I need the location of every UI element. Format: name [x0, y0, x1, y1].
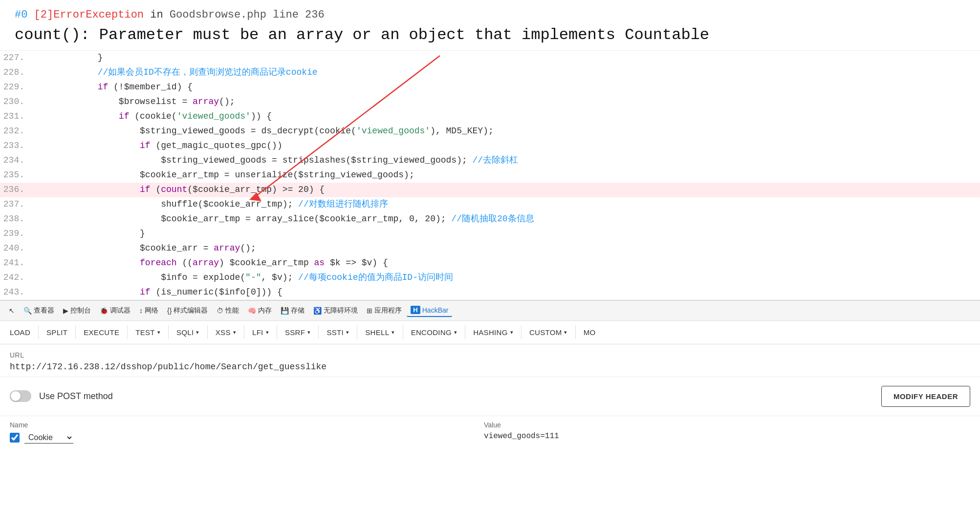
hackbar-divider-8	[318, 325, 319, 339]
hackbar-divider-13	[575, 325, 576, 339]
name-field-select[interactable]: Cookie	[24, 432, 73, 444]
hackbar-execute[interactable]: EXECUTE	[79, 325, 124, 339]
devtools-debugger[interactable]: 🐞 调试器	[96, 304, 134, 317]
hackbar-more[interactable]: MO	[579, 325, 601, 339]
code-line-236: 236. if (count($cookie_arr_tmp) >= 20) {	[0, 183, 980, 197]
name-field-label: Name	[10, 421, 73, 429]
hackbar-load[interactable]: LOAD	[5, 325, 35, 339]
devtools-application[interactable]: ⊞ 应用程序	[363, 304, 406, 317]
devtools-style-editor-label: 样式编辑器	[174, 306, 208, 315]
hackbar-xss[interactable]: XSS	[211, 325, 241, 339]
devtools-debugger-label: 调试器	[110, 306, 131, 315]
hackbar-lfi[interactable]: LFI	[247, 325, 274, 339]
inspector-icon: 🔍	[23, 307, 32, 315]
error-in: in	[144, 9, 170, 21]
devtools-cursor[interactable]: ↖	[5, 305, 19, 317]
code-line-231: 231. if (cookie('viewed_goods')) {	[0, 109, 980, 124]
code-line-232: 232. $string_viewed_goods = ds_decrypt(c…	[0, 124, 980, 139]
devtools-memory[interactable]: 🧠 内存	[244, 304, 276, 317]
hackbar-ssti[interactable]: SSTI	[322, 325, 354, 339]
code-line-234: 234. $string_viewed_goods = stripslashes…	[0, 153, 980, 168]
hackbar-sqli[interactable]: SQLI	[172, 325, 204, 339]
devtools-performance[interactable]: ⏱ 性能	[213, 304, 243, 317]
value-field-value: viewed_goods=111	[484, 432, 631, 441]
modify-header-button[interactable]: MODIFY HEADER	[881, 386, 970, 407]
devtools-console[interactable]: ▶ 控制台	[59, 304, 95, 317]
devtools-inspector-label: 查看器	[34, 306, 54, 315]
devtools-style-editor[interactable]: {} 样式编辑器	[163, 304, 212, 317]
code-line-242: 242. $info = explode("-", $v); //每项cooki…	[0, 271, 980, 285]
hackbar-divider-6	[244, 325, 244, 339]
storage-icon: 💾	[281, 307, 289, 315]
hackbar-split-label: SPLIT	[46, 328, 67, 337]
code-line-229: 229. if (!$member_id) {	[0, 80, 980, 95]
devtools-network-label: 网络	[145, 306, 158, 315]
devtools-hackbar-label: HackBar	[422, 306, 449, 314]
style-editor-icon: {}	[167, 307, 172, 315]
code-area: 227. } 228. //如果会员ID不存在，则查询浏览过的商品记录cooki…	[0, 51, 980, 300]
accessibility-icon: ♿	[313, 307, 322, 315]
performance-icon: ⏱	[217, 307, 223, 315]
hackbar-custom[interactable]: CUSTOM	[524, 325, 572, 339]
devtools-storage-label: 存储	[291, 306, 305, 315]
code-line-230: 230. $browselist = array();	[0, 95, 980, 109]
hackbar-test[interactable]: TEST	[131, 325, 165, 339]
code-line-233: 233. if (get_magic_quotes_gpc())	[0, 139, 980, 153]
hackbar-ssrf[interactable]: SSRF	[280, 325, 316, 339]
devtools-hackbar[interactable]: H HackBar	[407, 304, 452, 317]
cursor-icon: ↖	[9, 307, 15, 315]
hackbar-divider-1	[38, 325, 39, 339]
url-section: URL http://172.16.238.12/dsshop/public/h…	[0, 344, 980, 377]
devtools-inspector[interactable]: 🔍 查看器	[20, 304, 58, 317]
post-section: Use POST method MODIFY HEADER	[0, 377, 980, 416]
hackbar-divider-12	[521, 325, 522, 339]
value-field-label: Value	[484, 421, 631, 429]
name-field-group: Name Cookie	[10, 421, 73, 444]
value-field-group: Value viewed_goods=111	[484, 421, 631, 441]
hackbar-encoding[interactable]: ENCODING	[406, 325, 462, 339]
post-method-label: Use POST method	[39, 391, 113, 401]
hackbar-lfi-label: LFI	[252, 328, 263, 337]
error-message: count(): Parameter must be an array or a…	[15, 25, 965, 45]
error-header: #0 [2]ErrorException in Goodsbrowse.php …	[0, 0, 980, 51]
hackbar-execute-label: EXECUTE	[84, 328, 119, 337]
code-line-241: 241. foreach ((array) $cookie_arr_tmp as…	[0, 256, 980, 271]
hackbar-shell[interactable]: SHELL	[360, 325, 399, 339]
error-class: [2]ErrorException	[34, 9, 144, 21]
hackbar-test-label: TEST	[135, 328, 155, 337]
post-method-toggle[interactable]	[10, 390, 31, 402]
devtools-accessibility[interactable]: ♿ 无障碍环境	[309, 304, 362, 317]
hackbar-split[interactable]: SPLIT	[42, 325, 72, 339]
error-file: Goodsbrowse.php line 236	[170, 9, 325, 21]
application-icon: ⊞	[367, 307, 372, 315]
hackbar-more-label: MO	[584, 328, 596, 337]
toggle-knob	[11, 391, 21, 401]
devtools-network[interactable]: ↕ 网络	[135, 304, 162, 317]
devtools-application-label: 应用程序	[374, 306, 402, 315]
debugger-icon: 🐞	[100, 307, 108, 315]
hackbar-divider-11	[465, 325, 465, 339]
hackbar-divider-10	[403, 325, 403, 339]
hackbar-divider-5	[207, 325, 208, 339]
hackbar-xss-label: XSS	[216, 328, 231, 337]
code-line-243: 243. if (is_numeric($info[0])) {	[0, 285, 980, 300]
devtools-storage[interactable]: 💾 存储	[277, 304, 308, 317]
value-field-row: viewed_goods=111	[484, 432, 631, 441]
network-icon: ↕	[139, 307, 143, 315]
hackbar-divider-2	[75, 325, 76, 339]
hackbar-load-label: LOAD	[10, 328, 30, 337]
console-icon: ▶	[63, 307, 68, 315]
code-line-227: 227. }	[0, 51, 980, 65]
devtools-accessibility-label: 无障碍环境	[324, 306, 358, 315]
hackbar-hashing[interactable]: HASHING	[468, 325, 518, 339]
error-location: #0 [2]ErrorException in Goodsbrowse.php …	[15, 9, 965, 21]
header-fields-section: Name Cookie Value viewed_goods=111	[0, 416, 980, 453]
code-line-238: 238. $cookie_arr_tmp = array_slice($cook…	[0, 212, 980, 227]
hackbar-divider-9	[357, 325, 357, 339]
name-field-checkbox[interactable]	[10, 433, 20, 443]
code-line-228: 228. //如果会员ID不存在，则查询浏览过的商品记录cookie	[0, 65, 980, 80]
devtools-bar: ↖ 🔍 查看器 ▶ 控制台 🐞 调试器 ↕ 网络 {} 样式编辑器 ⏱ 性能 🧠…	[0, 300, 980, 321]
url-value: http://172.16.238.12/dsshop/public/home/…	[10, 362, 970, 372]
code-line-235: 235. $cookie_arr_tmp = unserialize($stri…	[0, 168, 980, 183]
hackbar-hashing-label: HASHING	[473, 328, 507, 337]
